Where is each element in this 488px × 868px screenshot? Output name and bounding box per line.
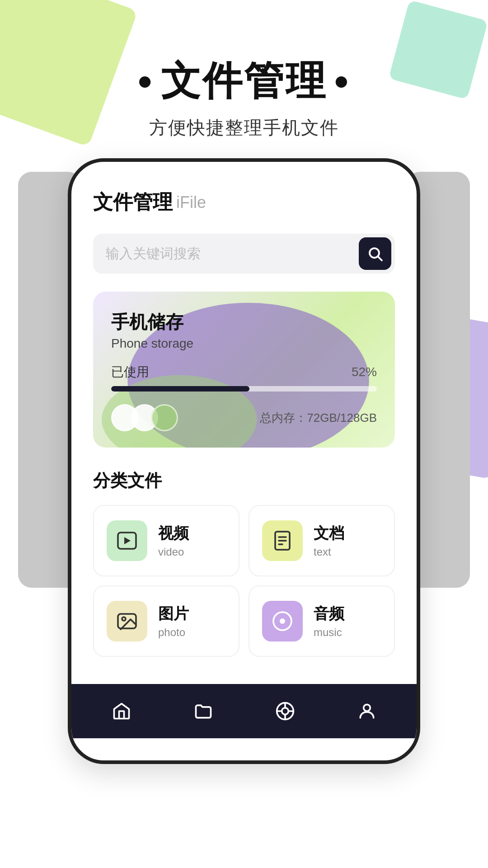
video-name-cn: 视频 (158, 523, 189, 544)
svg-point-13 (280, 618, 285, 624)
bottom-nav (71, 684, 417, 738)
search-input[interactable]: 输入关键词搜索 (106, 245, 359, 263)
photo-text: 图片 photo (158, 604, 189, 639)
document-name-en: text (314, 546, 344, 558)
document-text: 文档 text (314, 523, 344, 558)
nav-home[interactable] (99, 698, 144, 725)
photo-icon-wrap (107, 601, 147, 642)
categories-grid: 视频 video (93, 505, 395, 657)
photo-name-cn: 图片 (158, 604, 189, 624)
nav-folder[interactable] (181, 698, 226, 725)
app-header: 文件管理 iFile (93, 189, 395, 216)
app-title-cn: 文件管理 (93, 189, 173, 216)
storage-total: 总内存：72GB/128GB (260, 410, 377, 426)
categories-title: 分类文件 (93, 469, 395, 492)
nav-user[interactable] (344, 698, 389, 725)
svg-line-1 (378, 257, 382, 260)
video-text: 视频 video (158, 523, 189, 558)
svg-point-20 (363, 704, 370, 711)
photo-name-en: photo (158, 626, 189, 639)
document-icon-wrap (262, 520, 303, 561)
header-section: • 文件管理 • 方便快捷整理手机文件 (0, 0, 488, 158)
phone-container: 文件管理 iFile 输入关键词搜索 (0, 158, 488, 764)
storage-bottom-row: 总内存：72GB/128GB (111, 404, 377, 431)
header-subtitle: 方便快捷整理手机文件 (0, 115, 488, 140)
music-name-cn: 音频 (314, 604, 344, 624)
video-icon-wrap (107, 520, 147, 561)
category-document[interactable]: 文档 text (249, 505, 395, 576)
video-name-en: video (158, 546, 189, 558)
storage-content: 手机储存 Phone storage 已使用 52% (111, 310, 377, 431)
category-music[interactable]: 音频 music (249, 585, 395, 657)
category-video[interactable]: 视频 video (93, 505, 239, 576)
storage-percent: 52% (352, 365, 377, 379)
storage-used-label: 已使用 (111, 363, 149, 381)
storage-title-cn: 手机储存 (111, 310, 377, 335)
dot-right: • (334, 58, 350, 104)
storage-circles (111, 404, 178, 431)
category-photo[interactable]: 图片 photo (93, 585, 239, 657)
search-button[interactable] (359, 237, 391, 270)
document-name-cn: 文档 (314, 523, 344, 544)
app-title-en: iFile (176, 193, 206, 212)
svg-marker-5 (124, 537, 131, 544)
categories-section: 分类文件 视频 video (93, 469, 395, 657)
storage-used-row: 已使用 52% (111, 363, 377, 381)
storage-title-en: Phone storage (111, 336, 377, 351)
storage-card: 手机储存 Phone storage 已使用 52% (93, 292, 395, 448)
search-bar[interactable]: 输入关键词搜索 (93, 234, 395, 274)
storage-progress-fill (111, 386, 249, 392)
storage-progress-bar (111, 386, 377, 392)
music-name-en: music (314, 626, 344, 639)
circle-3 (151, 404, 178, 431)
dot-left: • (138, 58, 154, 104)
svg-point-11 (122, 617, 126, 621)
nav-apps[interactable] (263, 698, 308, 725)
phone-screen: 文件管理 iFile 输入关键词搜索 (71, 162, 417, 657)
svg-point-15 (282, 708, 288, 715)
music-icon-wrap (262, 601, 303, 642)
music-text: 音频 music (314, 604, 344, 639)
page-title: • 文件管理 • (0, 54, 488, 108)
phone-mockup: 文件管理 iFile 输入关键词搜索 (68, 158, 420, 764)
